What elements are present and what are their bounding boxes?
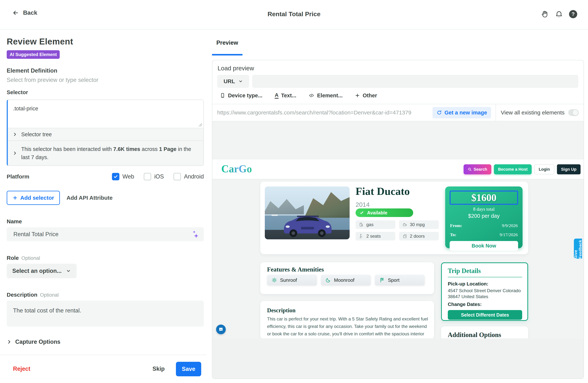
mpg-icon: [402, 222, 407, 227]
filter-other[interactable]: Other: [355, 92, 377, 99]
preview-url-bar: https://www.cargorentalsfs.com/search/re…: [212, 104, 584, 121]
pickup-address: 4547 School Street Denver Colorado 38647…: [448, 288, 522, 300]
preview-canvas-footer: [212, 338, 584, 379]
spec-doors: 2 doors: [399, 232, 439, 240]
ai-sparkles-icon[interactable]: [191, 230, 199, 238]
notifications-bell-icon[interactable]: [555, 10, 564, 19]
get-new-image-button[interactable]: Get a new image: [433, 107, 491, 118]
divider: [448, 277, 522, 277]
view-all-elements-label: View all existing elements: [501, 110, 565, 116]
platform-ios-checkbox[interactable]: iOS: [144, 173, 164, 180]
pickup-location-label: Pick-up Location:: [448, 281, 488, 287]
filter-element[interactable]: Element...: [309, 92, 342, 99]
role-select[interactable]: Select an option...: [7, 264, 77, 278]
availability-badge: Available: [356, 208, 413, 217]
load-preview-label: Load preview: [218, 65, 254, 72]
flag-icon: [379, 277, 385, 283]
door-icon: [402, 234, 407, 239]
chevron-right-icon: [13, 132, 17, 136]
trip-details-card: Trip Details Pick-up Location: 4547 Scho…: [441, 262, 528, 321]
plus-icon: [355, 93, 360, 98]
chat-bubble-button[interactable]: [216, 325, 226, 334]
plus-icon: [12, 195, 18, 201]
platform-row: Platform Web iOS Android: [7, 173, 204, 180]
divider: [496, 104, 496, 121]
spec-mpg: 30 mpg: [399, 220, 439, 229]
book-now-button[interactable]: Book Now: [450, 241, 518, 251]
car-listing-card: Fiat Ducato 2014 Available gas 30 mpg 2 …: [260, 182, 528, 254]
text-icon: A: [275, 92, 278, 99]
selector-input[interactable]: .total-price: [8, 100, 203, 128]
platform-android-checkbox[interactable]: Android: [173, 173, 204, 180]
capture-options-expander[interactable]: Capture Options: [7, 338, 204, 345]
tab-active-underline: [212, 54, 243, 55]
review-element-panel: Review Element AI Suggested Element Elem…: [7, 29, 204, 345]
panel-title: Review Element: [7, 37, 204, 46]
reject-button[interactable]: Reject: [13, 365, 30, 372]
description-field[interactable]: The total cost of the rental.: [7, 301, 204, 327]
site-description-card: Description This car is perfect for your…: [260, 301, 434, 339]
selector-tree-label: Selector tree: [21, 131, 52, 137]
url-type-select[interactable]: URL: [217, 75, 249, 88]
site-search-button[interactable]: Search: [463, 164, 491, 174]
add-selector-button[interactable]: Add selector: [7, 191, 60, 205]
filter-device-type[interactable]: Device type...: [220, 92, 262, 99]
page-title: Rental Total Price: [0, 10, 588, 18]
spec-seats: 2 seats: [356, 232, 395, 240]
selector-tree-expander[interactable]: Selector tree: [8, 128, 203, 140]
search-icon: [468, 167, 472, 171]
to-label: To:: [450, 232, 456, 237]
from-date: 9/9/2026: [502, 223, 518, 228]
name-label: Name: [7, 218, 204, 225]
chat-icon: [218, 327, 224, 332]
refresh-icon: [437, 110, 442, 115]
page-url: https://www.cargorentalsfs.com/search/re…: [217, 110, 433, 116]
selector-label: Selector: [7, 89, 204, 95]
selector-usage-expander[interactable]: This selector has been interacted with 7…: [8, 140, 203, 165]
site-description-title: Description: [267, 307, 295, 314]
help-icon[interactable]: ?: [569, 10, 578, 19]
chevron-down-icon: [238, 79, 243, 84]
become-host-button[interactable]: Become a Host: [494, 164, 532, 174]
cargo-logo[interactable]: CarGo: [221, 163, 252, 175]
login-button[interactable]: Login: [534, 164, 554, 174]
role-optional-label: Optional: [21, 255, 40, 261]
feature-moonroof: Moonroof: [321, 275, 371, 286]
checkbox-checked-icon: [112, 173, 119, 180]
hand-cursor-icon[interactable]: [540, 10, 549, 19]
additional-options-title: Additional Options: [448, 331, 501, 339]
name-field[interactable]: [13, 231, 191, 238]
description-label: DescriptionOptional: [7, 292, 204, 298]
selector-usage-text: This selector has been interacted with 7…: [21, 145, 199, 161]
car-photo: [265, 186, 350, 239]
features-card: Features & Amenities Sunroof Moonroof Sp…: [260, 262, 434, 294]
price-per-day: $200 per day: [445, 213, 523, 219]
car-illustration: [278, 210, 337, 238]
moon-icon: [325, 277, 331, 283]
skip-button[interactable]: Skip: [152, 365, 165, 372]
select-different-dates-button[interactable]: Select Different Dates: [448, 310, 522, 320]
platform-label: Platform: [7, 173, 102, 180]
chevron-right-icon: [13, 151, 17, 155]
features-title: Features & Amenities: [267, 266, 324, 273]
selected-element-highlight[interactable]: $1600: [450, 191, 518, 205]
add-api-attribute-button[interactable]: Add API Attribute: [66, 195, 113, 201]
trip-details-title: Trip Details: [448, 267, 481, 275]
tab-preview[interactable]: Preview: [212, 40, 243, 55]
chevron-right-icon: [7, 339, 12, 344]
view-all-elements-toggle[interactable]: [568, 109, 579, 116]
top-bar: Back Rental Total Price ?: [0, 0, 588, 29]
platform-web-checkbox[interactable]: Web: [112, 173, 134, 180]
resize-handle-icon[interactable]: [199, 123, 202, 126]
preview-url-input[interactable]: [252, 75, 578, 88]
checkbox-icon: [144, 173, 151, 180]
give-feedback-tab[interactable]: Give Feedback: [574, 239, 582, 259]
feature-sport: Sport: [375, 275, 425, 286]
ai-suggested-badge: AI Suggested Element: [7, 50, 60, 59]
save-button[interactable]: Save: [176, 362, 201, 376]
site-header: CarGo Search Become a Host Login Sign Up: [212, 159, 584, 179]
preview-canvas: CarGo Search Become a Host Login Sign Up: [212, 121, 584, 379]
sun-icon: [272, 277, 277, 283]
signup-button[interactable]: Sign Up: [557, 164, 581, 174]
filter-text[interactable]: A Text...: [275, 92, 296, 99]
